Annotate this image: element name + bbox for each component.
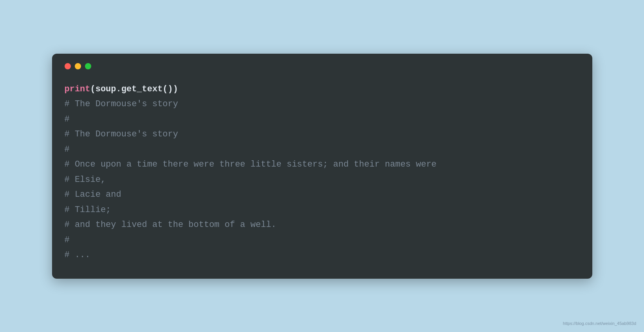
- code-window: print(soup.get_text()) # The Dormouse's …: [52, 54, 592, 279]
- code-line: #: [65, 233, 580, 248]
- print-args: (soup.get_text()): [90, 84, 178, 94]
- code-line: #: [65, 112, 580, 127]
- code-line-print: print(soup.get_text()): [65, 82, 580, 97]
- code-line: # The Dormouse's story: [65, 97, 580, 112]
- code-line: # ...: [65, 248, 580, 263]
- code-line: # Tillie;: [65, 203, 580, 218]
- code-content: print(soup.get_text()) # The Dormouse's …: [65, 82, 580, 263]
- url-bar: https://blog.csdn.net/weixin_45ab983d: [563, 321, 636, 326]
- maximize-button[interactable]: [85, 63, 91, 69]
- minimize-button[interactable]: [75, 63, 81, 69]
- code-line: #: [65, 142, 580, 158]
- code-line: # Once upon a time there were three litt…: [65, 157, 580, 172]
- close-button[interactable]: [65, 63, 71, 69]
- code-line: # Elsie,: [65, 172, 580, 188]
- code-line: # Lacie and: [65, 187, 580, 203]
- print-keyword: print: [65, 84, 90, 94]
- code-lines-container: # The Dormouse's story## The Dormouse's …: [65, 97, 580, 263]
- code-line: # The Dormouse's story: [65, 127, 580, 142]
- code-line: # and they lived at the bottom of a well…: [65, 218, 580, 233]
- title-bar: [65, 63, 580, 69]
